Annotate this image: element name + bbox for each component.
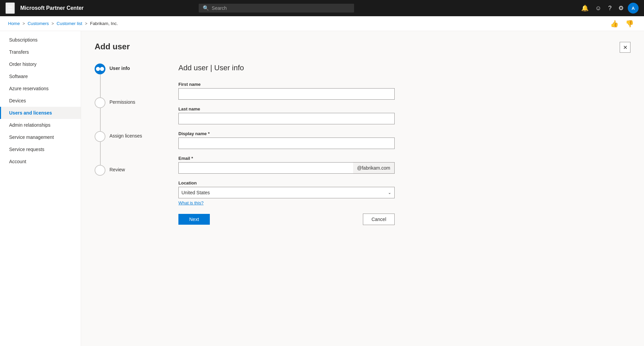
thumbs-up-button[interactable]: 👍 [608, 19, 621, 28]
breadcrumb-sep-3: > [85, 21, 87, 26]
breadcrumb-sep-1: > [23, 21, 25, 26]
sidebar-item-account[interactable]: Account [0, 155, 81, 168]
step-label-permissions: Permissions [109, 97, 135, 105]
step-circle-2 [95, 97, 105, 108]
step-circle-1 [95, 64, 105, 74]
what-is-this-link[interactable]: What is this? [178, 200, 203, 205]
step-label-review: Review [109, 165, 125, 172]
email-suffix: @fabrikam.com [353, 162, 395, 174]
cancel-button[interactable]: Cancel [363, 214, 395, 225]
step-connector-3 [100, 142, 101, 165]
location-label: Location [178, 180, 630, 186]
breadcrumb-home[interactable]: Home [8, 21, 20, 26]
feedback-button[interactable]: ☺ [593, 3, 604, 14]
breadcrumb-sep-2: > [52, 21, 54, 26]
hamburger-menu-button[interactable]: ☰ [5, 2, 15, 14]
sidebar-item-service-management[interactable]: Service management [0, 131, 81, 143]
notifications-button[interactable]: 🔔 [578, 2, 591, 14]
email-input[interactable] [178, 162, 353, 174]
app-title: Microsoft Partner Center [20, 5, 84, 11]
sidebar-item-service-requests[interactable]: Service requests [0, 143, 81, 155]
feedback-buttons: 👍 👎 [608, 19, 636, 28]
sidebar-item-admin-relationships[interactable]: Admin relationships [0, 119, 81, 131]
breadcrumb-current: Fabrikam, Inc. [90, 21, 118, 26]
breadcrumb-customer-list[interactable]: Customer list [57, 21, 82, 26]
settings-button[interactable]: ⚙ [616, 2, 626, 14]
step-label-assign-licenses: Assign licenses [109, 131, 142, 139]
email-group: Email * @fabrikam.com [178, 156, 630, 174]
form-actions: Next Cancel [178, 214, 395, 225]
sidebar-item-software[interactable]: Software [0, 70, 81, 82]
location-group: Location United States Canada United Kin… [178, 180, 630, 205]
email-field-wrapper: @fabrikam.com [178, 162, 395, 174]
sidebar-item-users-and-licenses[interactable]: Users and licenses [0, 107, 81, 119]
search-input[interactable] [212, 5, 350, 11]
display-name-input[interactable] [178, 138, 395, 149]
first-name-label: First name [178, 82, 630, 87]
topnav-icons: 🔔 ☺ ? ⚙ A [578, 2, 639, 14]
steps-panel: User info Permissions Assign licenses [95, 64, 162, 225]
step-connector-2 [100, 108, 101, 131]
last-name-group: Last name [178, 106, 630, 124]
step-label-user-info: User info [109, 64, 130, 71]
breadcrumb: Home > Customers > Customer list > Fabri… [0, 16, 644, 31]
sidebar-item-azure-reservations[interactable]: Azure reservations [0, 82, 81, 95]
last-name-input[interactable] [178, 113, 395, 124]
step-circle-4 [95, 165, 105, 176]
step-permissions: Permissions [95, 97, 162, 108]
help-button[interactable]: ? [605, 3, 614, 14]
main-content: Add user ✕ User info Permissions [81, 31, 644, 346]
search-bar: 🔍 [199, 4, 354, 13]
search-icon: 🔍 [203, 5, 209, 11]
step-review: Review [95, 165, 162, 176]
step-connector-1 [100, 74, 101, 97]
display-name-group: Display name * [178, 131, 630, 149]
thumbs-down-button[interactable]: 👎 [623, 19, 636, 28]
sidebar-item-order-history[interactable]: Order history [0, 58, 81, 70]
page-layout: Subscriptions Transfers Order history So… [0, 31, 644, 346]
sidebar: Subscriptions Transfers Order history So… [0, 31, 81, 346]
close-button[interactable]: ✕ [620, 42, 630, 53]
sidebar-item-devices[interactable]: Devices [0, 95, 81, 107]
sidebar-item-transfers[interactable]: Transfers [0, 46, 81, 58]
top-navigation: ☰ Microsoft Partner Center 🔍 🔔 ☺ ? ⚙ A [0, 0, 644, 16]
avatar[interactable]: A [628, 3, 639, 14]
page-title: Add user [95, 42, 130, 51]
last-name-label: Last name [178, 106, 630, 112]
first-name-group: First name [178, 82, 630, 100]
email-label: Email * [178, 156, 630, 161]
location-select[interactable]: United States Canada United Kingdom Germ… [178, 187, 395, 198]
next-button[interactable]: Next [178, 214, 210, 225]
sidebar-item-subscriptions[interactable]: Subscriptions [0, 34, 81, 46]
first-name-input[interactable] [178, 88, 395, 100]
step-assign-licenses: Assign licenses [95, 131, 162, 142]
wizard-layout: User info Permissions Assign licenses [95, 64, 630, 225]
step-user-info: User info [95, 64, 162, 74]
display-name-label: Display name * [178, 131, 630, 136]
location-select-wrapper: United States Canada United Kingdom Germ… [178, 187, 395, 198]
step-circle-3 [95, 131, 105, 142]
form-panel: Add user | User info First name Last nam… [178, 64, 630, 225]
breadcrumb-customers[interactable]: Customers [28, 21, 49, 26]
page-header: Add user ✕ [95, 42, 630, 53]
form-heading: Add user | User info [178, 64, 630, 72]
